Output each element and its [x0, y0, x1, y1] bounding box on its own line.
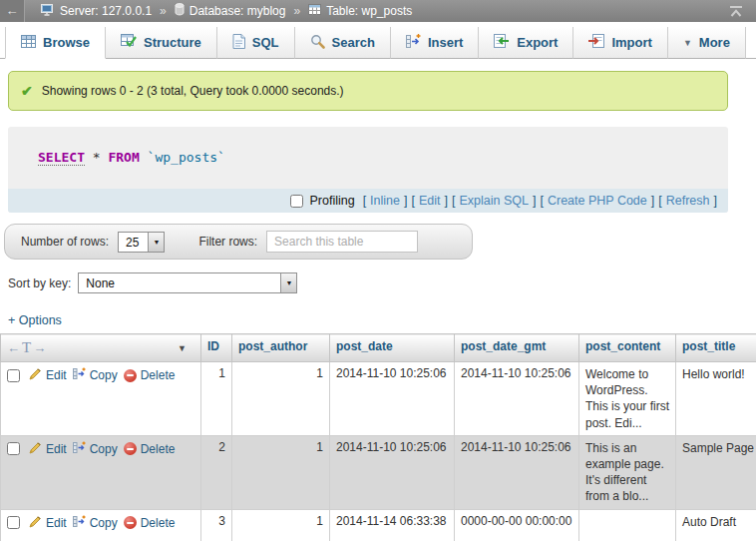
refresh-link[interactable]: Refresh — [666, 194, 710, 208]
profiling-label: Profiling — [309, 194, 354, 208]
bracket: ] — [714, 194, 717, 208]
sort-by-key-value: None — [79, 273, 280, 292]
row-edit-link[interactable]: Edit — [29, 367, 67, 383]
cell-post-title[interactable]: Sample Page — [676, 435, 756, 509]
row-delete-link[interactable]: Delete — [124, 516, 176, 530]
profiling-checkbox[interactable] — [290, 195, 303, 208]
row-delete-link[interactable]: Delete — [124, 368, 176, 382]
breadcrumb: Server: 127.0.0.1 » Database: myblog » T… — [41, 3, 412, 19]
row-copy-link[interactable]: Copy — [73, 515, 118, 531]
cell-post-content[interactable]: Welcome to WordPress. This is your first… — [579, 362, 676, 436]
cell-post-date[interactable]: 2014-11-10 10:25:06 — [330, 362, 455, 436]
cell-post-author[interactable]: 1 — [232, 435, 330, 509]
row-edit-link[interactable]: Edit — [29, 441, 67, 457]
row-copy-label: Copy — [90, 516, 118, 530]
dropdown-arrow-icon: ▼ — [148, 233, 164, 252]
pencil-icon — [29, 515, 42, 531]
column-header-post-content[interactable]: post_content — [579, 334, 676, 362]
row-edit-label: Edit — [46, 516, 67, 530]
cell-post-content[interactable] — [579, 509, 676, 541]
inline-link[interactable]: Inline — [370, 194, 400, 208]
cell-post-date-gmt[interactable]: 0000-00-00 00:00:00 — [455, 509, 579, 541]
row-copy-label: Copy — [90, 368, 118, 382]
number-of-rows-select[interactable]: 25 ▼ — [118, 232, 165, 253]
database-icon — [175, 3, 185, 19]
query-toolbar: Profiling [ Inline ] [ Edit ] [ Explain … — [8, 189, 728, 213]
tab-label: Export — [517, 35, 558, 50]
column-header-id[interactable]: ID — [201, 334, 232, 362]
success-message: ✔ Showing rows 0 - 2 (3 total, Query too… — [8, 71, 728, 111]
row-edit-link[interactable]: Edit — [29, 515, 67, 531]
delete-icon — [124, 442, 137, 455]
number-of-rows-value: 25 — [119, 233, 148, 252]
breadcrumb-separator: » — [160, 4, 167, 18]
row-select-checkbox[interactable] — [7, 369, 20, 382]
sql-query-text: SELECT * FROM `wp_posts` — [8, 127, 728, 189]
tab-structure[interactable]: Structure — [106, 27, 217, 59]
sql-keyword-from: FROM — [108, 150, 139, 165]
cell-post-content[interactable]: This is an example page. It's different … — [579, 435, 676, 509]
collapse-icon[interactable] — [728, 5, 744, 18]
row-select-checkbox[interactable] — [7, 516, 20, 529]
table-row: Edit Copy Delete 3 1 2014-11-14 0 — [1, 509, 756, 541]
cell-id[interactable]: 2 — [201, 435, 232, 509]
breadcrumb-separator: » — [293, 4, 300, 18]
tab-insert[interactable]: Insert — [391, 27, 479, 59]
delete-icon — [124, 369, 137, 382]
explain-sql-link[interactable]: Explain SQL — [459, 194, 528, 208]
row-select-checkbox[interactable] — [7, 442, 20, 455]
column-header-post-date[interactable]: post_date — [330, 334, 455, 362]
left-arrow-icon: ← — [7, 340, 20, 355]
column-header-post-date-gmt[interactable]: post_date_gmt — [455, 334, 579, 362]
cell-post-date[interactable]: 2014-11-14 06:33:38 — [330, 509, 455, 541]
cell-post-date-gmt[interactable]: 2014-11-10 10:25:06 — [455, 362, 579, 436]
cell-id[interactable]: 1 — [201, 362, 232, 436]
tab-search[interactable]: Search — [295, 27, 391, 59]
edit-query-link[interactable]: Edit — [419, 194, 441, 208]
tab-browse[interactable]: Browse — [5, 27, 106, 59]
tab-import[interactable]: Import — [573, 27, 667, 59]
breadcrumb-table[interactable]: Table: wp_posts — [308, 4, 412, 18]
options-toggle-link[interactable]: + Options — [8, 313, 62, 327]
back-button[interactable]: ← — [0, 0, 25, 22]
column-header-post-title[interactable]: post_title — [676, 334, 756, 362]
browse-table-icon — [21, 35, 36, 51]
sort-by-key-select[interactable]: None ▼ — [78, 272, 297, 293]
tab-label: SQL — [252, 35, 279, 50]
search-icon — [310, 34, 325, 52]
table-icon — [308, 4, 321, 18]
pencil-icon — [29, 441, 42, 457]
create-php-code-link[interactable]: Create PHP Code — [548, 194, 647, 208]
cell-post-date[interactable]: 2014-11-10 10:25:06 — [330, 435, 455, 509]
tab-more[interactable]: ▼ More — [668, 27, 746, 59]
cell-post-author[interactable]: 1 — [232, 362, 330, 436]
success-check-icon: ✔ — [21, 83, 33, 99]
row-delete-link[interactable]: Delete — [124, 442, 176, 456]
filter-rows-input[interactable] — [266, 231, 418, 253]
cell-post-title[interactable]: Auto Draft — [676, 509, 756, 541]
actions-dropdown-icon[interactable]: ▼ — [178, 343, 187, 353]
column-order-controls[interactable]: ← T → ▼ — [7, 339, 194, 356]
tab-export[interactable]: Export — [479, 27, 573, 59]
row-copy-link[interactable]: Copy — [73, 367, 118, 383]
row-copy-link[interactable]: Copy — [73, 441, 118, 457]
results-table: ← T → ▼ ID post_author post_date post_da… — [0, 333, 756, 541]
tab-sql[interactable]: SQL — [217, 27, 295, 59]
bracket: ] — [404, 194, 407, 208]
copy-icon — [73, 441, 86, 457]
pencil-icon — [29, 367, 42, 383]
breadcrumb-server[interactable]: Server: 127.0.0.1 — [41, 4, 152, 19]
row-delete-label: Delete — [141, 368, 176, 382]
cell-post-title[interactable]: Hello world! — [676, 362, 756, 436]
breadcrumb-table-label: Table: wp_posts — [326, 4, 412, 18]
cell-post-date-gmt[interactable]: 2014-11-10 10:25:06 — [455, 435, 579, 509]
column-header-post-author[interactable]: post_author — [232, 334, 330, 362]
cell-post-author[interactable]: 1 — [232, 509, 330, 541]
bracket: [ — [540, 194, 543, 208]
breadcrumb-bar: ← Server: 127.0.0.1 » Database: myblog »… — [0, 0, 756, 22]
breadcrumb-database[interactable]: Database: myblog — [175, 3, 286, 19]
cell-id[interactable]: 3 — [201, 509, 232, 541]
right-arrow-icon: → — [33, 340, 46, 355]
tab-label: More — [699, 35, 730, 50]
number-of-rows-label: Number of rows: — [21, 235, 109, 249]
